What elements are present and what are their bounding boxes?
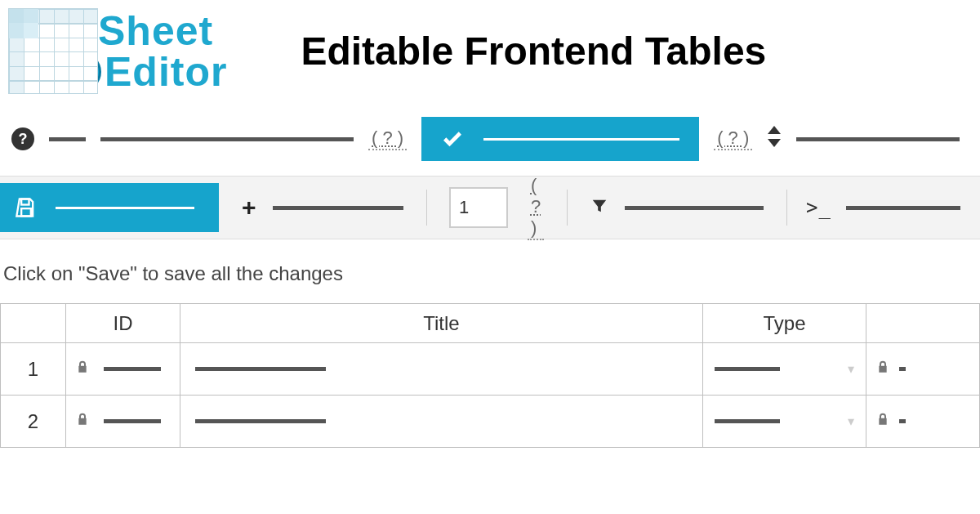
filter-icon[interactable] [590, 197, 608, 218]
toolbar-dropdown-1[interactable] [49, 137, 86, 141]
lock-icon [76, 360, 89, 378]
column-header-type[interactable]: Type [703, 304, 866, 343]
chevron-down-icon: ▾ [848, 361, 854, 377]
cell-title-value [195, 419, 326, 423]
save-button[interactable] [0, 183, 219, 232]
sort-icon[interactable] [767, 126, 782, 152]
cell-type-value [715, 367, 780, 371]
help-link-1[interactable]: ( ? ) [368, 127, 407, 150]
cell-extra[interactable] [866, 396, 980, 448]
save-button-label [56, 207, 194, 209]
apply-button[interactable] [421, 117, 699, 161]
cell-id[interactable] [66, 343, 180, 396]
cell-title-value [195, 367, 326, 371]
help-icon[interactable]: ? [11, 127, 34, 150]
lock-icon [76, 412, 89, 431]
cell-extra-value [899, 367, 906, 371]
cell-id-value [104, 367, 161, 371]
add-row-button[interactable]: + [242, 194, 256, 221]
terminal-icon[interactable]: >_ [806, 196, 831, 219]
apply-button-label [483, 138, 679, 141]
column-header-id[interactable]: ID [66, 304, 180, 343]
cell-id[interactable] [66, 396, 180, 448]
cell-id-value [104, 419, 161, 423]
logo-text: Sheet Editor [98, 11, 227, 92]
svg-marker-4 [768, 126, 781, 134]
lock-icon [876, 412, 889, 431]
help-link-2[interactable]: ( ? ) [714, 127, 752, 150]
chevron-down-icon: ▾ [848, 413, 854, 429]
save-icon [15, 196, 38, 219]
cell-type[interactable]: ▾ [703, 396, 866, 448]
logo-grid-icon [8, 8, 98, 94]
row-number[interactable]: 1 [1, 343, 66, 396]
cell-title[interactable] [180, 396, 703, 448]
logo-word-sheet: Sheet [98, 11, 227, 51]
logo: Sheet Editor [8, 8, 227, 94]
header-row: ID Title Type [1, 304, 980, 343]
logo-word-editor: Editor [105, 51, 227, 92]
cell-title[interactable] [180, 343, 703, 396]
save-hint: Click on "Save" to save all the changes [0, 239, 980, 303]
terminal-label [846, 206, 960, 210]
toolbar-text-1 [100, 137, 354, 141]
column-header-title[interactable]: Title [180, 304, 703, 343]
svg-marker-5 [768, 139, 781, 147]
cell-extra[interactable] [866, 343, 980, 396]
add-row-label [273, 206, 403, 210]
row-number[interactable]: 2 [1, 396, 66, 448]
help-link-3[interactable]: ( ? ) [528, 175, 544, 240]
table-row: 2 ▾ [1, 396, 980, 448]
cell-type-value [715, 419, 780, 423]
svg-rect-7 [21, 208, 31, 216]
lock-icon [876, 360, 889, 378]
cell-type[interactable]: ▾ [703, 343, 866, 396]
page-title: Editable Frontend Tables [301, 29, 766, 74]
column-header-extra[interactable] [866, 304, 980, 343]
toolbar-primary: ? ( ? ) ( ? ) [0, 110, 980, 176]
filter-label [625, 206, 764, 210]
corner-cell [1, 304, 66, 343]
svg-rect-6 [21, 199, 29, 205]
header: Sheet Editor Editable Frontend Tables [0, 0, 980, 110]
cell-extra-value [899, 419, 906, 423]
spreadsheet: ID Title Type 1 ▾ [0, 303, 980, 448]
toolbar-secondary: + ( ? ) >_ [0, 176, 980, 239]
table-row: 1 ▾ [1, 343, 980, 396]
toolbar-text-2 [796, 137, 960, 141]
page-number-input[interactable] [449, 187, 508, 228]
check-icon [441, 127, 464, 150]
sort-arrows-icon [767, 126, 782, 147]
